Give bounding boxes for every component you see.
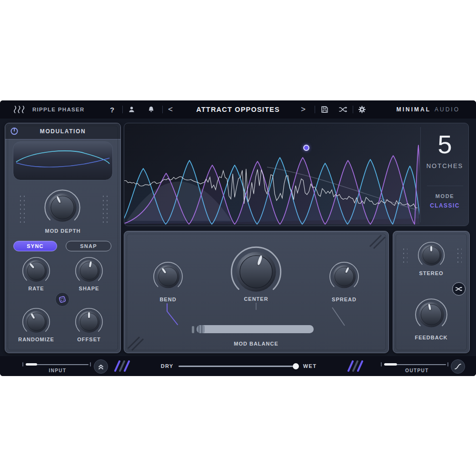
dry-label: DRY — [161, 363, 174, 369]
help-button[interactable]: ? — [110, 106, 114, 114]
mod-balance-label: MOD BALANCE — [234, 341, 278, 347]
modulation-title: MODULATION — [40, 128, 86, 135]
dry-wet-slider[interactable] — [178, 366, 298, 367]
center-knob[interactable] — [230, 246, 282, 298]
notches-label: NOTCHES — [420, 162, 469, 169]
bend-knob[interactable] — [153, 261, 183, 292]
account-button[interactable] — [128, 106, 135, 113]
divider — [353, 106, 353, 113]
gear-icon — [358, 106, 366, 114]
feedback-label: FEEDBACK — [415, 335, 447, 340]
app-name: RIPPLE PHASER — [32, 107, 85, 112]
center-label: CENTER — [244, 296, 268, 302]
user-icon — [128, 106, 135, 113]
meter-tick — [447, 362, 448, 367]
meter-tick — [381, 362, 382, 367]
mode-divider — [427, 186, 463, 186]
main-controls-panel: BEND CENTER SPREAD MOD BALANCE — [124, 231, 389, 353]
meter-tick — [22, 362, 23, 367]
feedback-panel: STEREO FEEDBACK — [393, 231, 470, 353]
modulation-header: MODULATION — [5, 123, 120, 139]
mod-position-dot[interactable] — [303, 145, 309, 151]
notches-value[interactable]: 5 — [420, 131, 469, 158]
spread-label: SPREAD — [332, 297, 357, 302]
meter-tick — [90, 362, 91, 367]
save-preset-button[interactable] — [321, 106, 328, 113]
randomize-preset-button[interactable] — [339, 106, 347, 113]
io-bar: INPUT DRY WET OUTPUT — [0, 356, 476, 376]
phaser-visualizer: 5 NOTCHES MODE CLASSIC — [124, 123, 469, 226]
stripe-decoration — [345, 359, 364, 373]
preset-prev-button[interactable]: < — [168, 105, 173, 114]
input-label: INPUT — [49, 368, 67, 373]
brand-secondary: AUDIO — [435, 106, 460, 113]
bend-label: BEND — [159, 297, 176, 302]
plugin-window: RIPPLE PHASER ? < ATTRACT OPPOSITES > MI… — [0, 100, 476, 376]
shuffle-icon — [339, 106, 347, 113]
mode-value[interactable]: CLASSIC — [420, 202, 469, 209]
mod-balance-nub — [192, 326, 194, 333]
spectrum-graph — [124, 123, 419, 226]
title-bar: RIPPLE PHASER ? < ATTRACT OPPOSITES > MI… — [0, 100, 476, 119]
output-meter-level — [384, 363, 397, 366]
brand-logo-icon — [12, 105, 28, 114]
offset-knob[interactable] — [75, 307, 103, 336]
randomize-dice-button[interactable] — [55, 292, 69, 307]
dot-texture — [100, 193, 108, 223]
output-curve-button[interactable] — [451, 359, 465, 374]
rate-knob[interactable] — [22, 257, 50, 285]
notifications-button[interactable] — [148, 106, 155, 113]
randomize-knob[interactable] — [22, 307, 50, 336]
stereo-label: STEREO — [419, 270, 443, 276]
feedback-knob[interactable] — [415, 298, 448, 331]
mod-balance-slider[interactable] — [197, 325, 314, 333]
bell-icon — [148, 106, 155, 113]
sync-toggle[interactable]: SYNC — [13, 241, 57, 251]
modulation-panel: MODULATION MOD DEPTH SYNC SNAP RATE SHAP… — [5, 123, 121, 353]
stripe-decoration — [111, 359, 130, 373]
brand-primary: MINIMAL — [397, 106, 431, 113]
stereo-knob[interactable] — [417, 241, 445, 269]
rate-label: RATE — [28, 286, 44, 291]
dot-texture — [455, 246, 462, 264]
preset-next-button[interactable]: > — [301, 105, 306, 114]
mod-depth-label: MOD DEPTH — [45, 228, 81, 234]
input-meter-level — [26, 363, 37, 366]
mod-balance-handle[interactable] — [197, 325, 205, 333]
settings-button[interactable] — [358, 106, 366, 114]
wet-label: WET — [303, 363, 317, 369]
crossed-arrows-icon — [455, 286, 463, 292]
stereo-swap-button[interactable] — [452, 282, 466, 296]
power-icon[interactable] — [10, 127, 19, 137]
expand-button[interactable] — [94, 359, 108, 374]
s-curve-icon — [454, 363, 462, 370]
brand-wordmark: MINIMAL AUDIO — [397, 106, 460, 113]
mod-shape-display — [13, 141, 113, 180]
preset-name[interactable]: ATTRACT OPPOSITES — [196, 106, 280, 113]
randomize-label: RANDOMIZE — [18, 337, 54, 342]
mod-depth-knob[interactable] — [44, 189, 81, 226]
divider — [122, 106, 123, 113]
dice-icon — [58, 295, 67, 304]
shape-label: SHAPE — [79, 286, 99, 291]
dot-texture — [401, 246, 407, 264]
dry-wet-handle[interactable] — [293, 363, 299, 369]
offset-label: OFFSET — [77, 337, 100, 342]
spread-knob[interactable] — [329, 261, 359, 292]
double-chevron-up-icon — [98, 363, 104, 370]
output-label: OUTPUT — [405, 368, 429, 373]
mode-label: MODE — [420, 193, 469, 199]
divider — [315, 106, 315, 113]
dot-texture — [18, 193, 25, 223]
divider — [162, 106, 163, 113]
shape-knob[interactable] — [75, 257, 103, 285]
snap-toggle[interactable]: SNAP — [66, 241, 111, 251]
save-icon — [321, 106, 328, 113]
